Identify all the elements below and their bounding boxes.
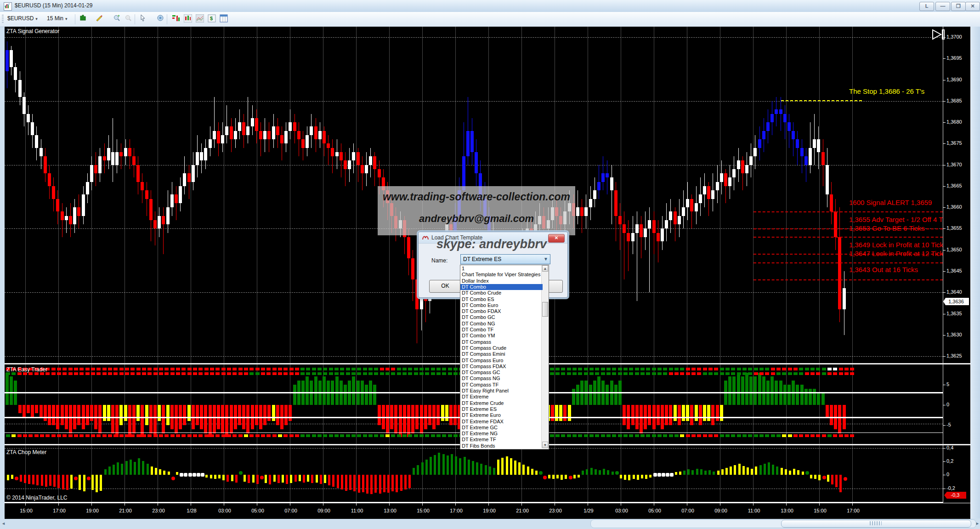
list-item[interactable]: DT Combo Euro xyxy=(460,302,543,308)
interval-selector[interactable]: 15 Min xyxy=(47,15,68,22)
list-item[interactable]: DT Compass Euro xyxy=(460,358,543,364)
candle xyxy=(82,194,85,216)
easy-trader-bar xyxy=(678,405,681,425)
ok-button[interactable]: OK xyxy=(429,280,461,293)
list-item[interactable]: DT Combo TF xyxy=(460,327,543,333)
signal-dot xyxy=(680,368,684,370)
list-item[interactable]: DT Compass TF xyxy=(460,382,543,388)
draw-icon[interactable] xyxy=(94,14,104,24)
list-item[interactable]: DT Compass Emini xyxy=(460,351,543,357)
list-item[interactable]: DT Easy Right Panel xyxy=(460,388,543,394)
scrollbar-thumb[interactable] xyxy=(542,302,548,317)
scroll-right-icon[interactable]: ► xyxy=(975,521,980,526)
signal-dot xyxy=(442,434,446,437)
list-item[interactable]: DT Combo ES xyxy=(460,296,543,302)
signal-dot xyxy=(91,372,95,375)
easy-trader-bar xyxy=(821,393,825,405)
signal-dot xyxy=(844,434,849,437)
candle xyxy=(614,190,617,216)
chop-bar xyxy=(721,469,724,475)
list-item[interactable]: Dollar Index xyxy=(460,278,543,284)
playback-marker-icon[interactable] xyxy=(931,28,946,42)
easy-trader-bar xyxy=(373,385,376,405)
signal-dot xyxy=(176,368,180,370)
candle xyxy=(610,177,613,190)
candle xyxy=(775,109,778,114)
time-axis[interactable]: 15:0017:0019:0021:0023:001/2803:0005:000… xyxy=(5,503,970,519)
account-icon[interactable]: $ xyxy=(207,14,217,24)
mini-chart-icon[interactable] xyxy=(195,14,205,24)
list-item[interactable]: DT Compass NG xyxy=(460,375,543,381)
list-item[interactable]: DT Extreme FDAX xyxy=(460,419,543,425)
list-item[interactable]: DT Extreme Euro xyxy=(460,412,543,418)
signal-dot xyxy=(567,368,571,370)
minimize-button[interactable]: — xyxy=(935,2,950,11)
toolbar-grip[interactable] xyxy=(2,15,4,24)
cursor-icon[interactable] xyxy=(138,14,148,24)
easy-trader-bar xyxy=(289,405,292,421)
candle xyxy=(145,190,148,199)
signal-dot xyxy=(357,368,361,370)
signal-dot xyxy=(198,372,203,375)
list-item[interactable]: DT Combo Crude xyxy=(460,290,543,296)
list-item[interactable]: DT Combo NG xyxy=(460,321,543,327)
list-item[interactable]: DT Compass Crude xyxy=(460,345,543,351)
candle xyxy=(132,156,136,165)
signal-dot xyxy=(771,434,775,437)
close-button[interactable]: ✕ xyxy=(965,2,980,11)
scroll-left-icon[interactable]: ◄ xyxy=(1,521,6,526)
gridline xyxy=(588,27,588,502)
chop-dot xyxy=(239,471,243,475)
chevron-down-icon[interactable]: ▼ xyxy=(544,256,548,262)
signal-dot xyxy=(646,372,650,375)
list-item[interactable]: DT Compass FDAX xyxy=(460,364,543,370)
list-item[interactable]: DT Compass xyxy=(460,339,543,345)
title-bar[interactable]: $EURUSD (15 Min) 2014-01-29 L — ❐ ✕ xyxy=(0,0,980,12)
list-item[interactable]: DT Extreme xyxy=(460,394,543,400)
template-name-combobox[interactable]: DT Extreme ES xyxy=(460,254,550,264)
list-item[interactable]: DT Combo FDAX xyxy=(460,308,543,314)
list-item[interactable]: DT Combo YM xyxy=(460,333,543,339)
signal-dot xyxy=(130,372,135,375)
instrument-selector[interactable]: $EURUSD xyxy=(7,15,38,22)
axis-tick xyxy=(943,186,946,187)
signal-dot xyxy=(827,372,832,375)
list-item[interactable]: DT Combo GC xyxy=(460,314,543,320)
candle-wick xyxy=(582,199,582,233)
signal-dot xyxy=(436,434,441,437)
zoom-out-icon[interactable] xyxy=(123,14,133,24)
list-item[interactable]: DT Fibs Bonds xyxy=(460,443,543,449)
list-item[interactable]: DT Extreme TF xyxy=(460,437,543,443)
signal-dot xyxy=(232,372,237,375)
chart-style-icon[interactable] xyxy=(78,14,88,24)
list-item[interactable]: Chart Template for Viper Strategies xyxy=(460,272,543,278)
template-dropdown-list[interactable]: ▲ ▼ 1Chart Template for Viper Strategies… xyxy=(460,265,549,449)
link-button[interactable]: L xyxy=(919,2,934,11)
list-item[interactable]: DT Compass GC xyxy=(460,370,543,375)
list-item[interactable]: DT Combo xyxy=(460,284,543,290)
chop-dot xyxy=(184,473,187,477)
restore-button[interactable]: ❐ xyxy=(951,2,966,11)
signal-dot xyxy=(731,372,735,375)
chop-dot xyxy=(569,476,572,479)
candle xyxy=(98,156,102,173)
candle-wick xyxy=(785,105,785,139)
grid-icon[interactable] xyxy=(219,14,229,24)
list-item[interactable]: DT Extreme GC xyxy=(460,425,543,431)
chart-trader-icon[interactable] xyxy=(171,14,181,24)
signal-dot xyxy=(414,368,418,370)
scroll-up-icon[interactable]: ▲ xyxy=(542,265,548,272)
signal-dot xyxy=(159,434,163,437)
list-item[interactable]: DT Extreme ES xyxy=(460,406,543,412)
zoom-in-icon[interactable]: + xyxy=(112,14,122,24)
scroll-down-icon[interactable]: ▼ xyxy=(542,442,548,448)
gridline xyxy=(290,27,290,502)
list-item[interactable]: 1 xyxy=(460,266,543,272)
axis-tick xyxy=(290,503,290,506)
data-series-icon[interactable] xyxy=(183,14,193,24)
list-item[interactable]: DT Extreme NG xyxy=(460,431,543,437)
crosshair-icon[interactable] xyxy=(155,14,165,24)
signal-dot xyxy=(108,368,112,370)
list-item[interactable]: DT Extreme Crude xyxy=(460,400,543,406)
gridline xyxy=(5,37,943,38)
